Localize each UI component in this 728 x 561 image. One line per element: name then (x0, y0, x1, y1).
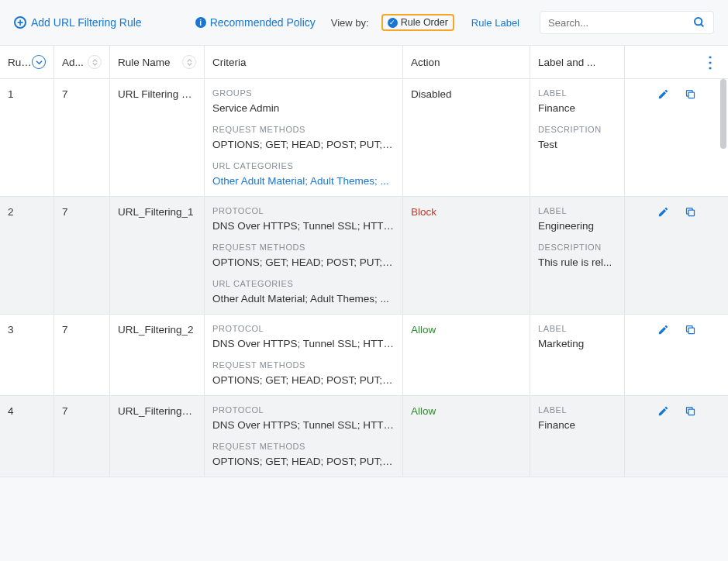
criteria-section-label: PROTOCOL (212, 206, 395, 215)
cell-ad: 7 (54, 79, 110, 196)
copy-icon[interactable] (685, 324, 696, 336)
cell-action: Block (403, 197, 530, 314)
column-header-criteria[interactable]: Criteria (205, 46, 403, 78)
sort-icon[interactable] (88, 55, 102, 69)
edit-icon[interactable] (657, 206, 669, 218)
action-value: Block (411, 206, 436, 218)
cell-criteria: PROTOCOLDNS Over HTTPS; Tunnel SSL; HTTP… (205, 396, 403, 477)
plus-circle-icon: + (14, 16, 26, 29)
copy-icon[interactable] (685, 88, 696, 100)
search-icon[interactable] (693, 16, 706, 29)
cell-action: Allow (403, 396, 530, 477)
rules-table: Rul... Ad... Rule Name Criteria Action L… (0, 45, 728, 477)
cell-ad: 7 (54, 197, 110, 314)
label-section-label: LABEL (538, 206, 616, 215)
criteria-section-label: PROTOCOL (212, 405, 395, 415)
scrollbar[interactable] (720, 79, 726, 477)
label-section-label: DESCRIPTION (538, 243, 616, 252)
cell-row-actions (625, 396, 728, 477)
label-value: Engineering (538, 220, 616, 232)
cell-label: LABELFinance (530, 396, 625, 477)
cell-action: Disabled (403, 79, 530, 196)
scrollbar-thumb[interactable] (720, 79, 726, 149)
search-input[interactable] (548, 17, 693, 29)
criteria-value: Other Adult Material; Adult Themes; ... (212, 293, 395, 305)
column-header-ad[interactable]: Ad... (54, 46, 110, 78)
cell-rule-order: 4 (0, 396, 54, 477)
svg-rect-4 (688, 328, 695, 334)
search-box[interactable] (540, 11, 714, 34)
criteria-value[interactable]: Other Adult Material; Adult Themes; ... (212, 175, 395, 187)
cell-label: LABELMarketing (530, 315, 625, 395)
add-rule-label: Add URL Filtering Rule (31, 16, 142, 29)
label-section-label: LABEL (538, 88, 616, 98)
criteria-section-label: REQUEST METHODS (212, 243, 395, 252)
cell-rule-name: URL_Filtering_1 (110, 197, 205, 314)
criteria-section-label: REQUEST METHODS (212, 442, 395, 451)
cell-row-actions (625, 197, 728, 314)
criteria-section-label: URL CATEGORIES (212, 279, 395, 288)
criteria-value: OPTIONS; GET; HEAD; POST; PUT; D... (212, 456, 395, 467)
cell-label: LABELEngineeringDESCRIPTIONThis rule is … (530, 197, 625, 314)
table-row: 47URL_Filtering_t...PROTOCOLDNS Over HTT… (0, 396, 728, 477)
cell-rule-order: 1 (0, 79, 54, 196)
info-icon: i (195, 17, 206, 28)
action-value: Disabled (411, 88, 452, 100)
cell-rule-order: 3 (0, 315, 54, 395)
table-row: 27URL_Filtering_1PROTOCOLDNS Over HTTPS;… (0, 197, 728, 315)
criteria-value: OPTIONS; GET; HEAD; POST; PUT; D... (212, 139, 395, 150)
column-header-rule[interactable]: Rul... (0, 46, 54, 78)
sort-icon[interactable] (182, 55, 196, 69)
rule-label-tab[interactable]: Rule Label (471, 17, 519, 29)
copy-icon[interactable] (685, 206, 696, 218)
label-value: Finance (538, 102, 616, 114)
kebab-menu-icon[interactable]: ⋮ (702, 58, 717, 66)
table-row: 17URL Filtering R...GROUPSService AdminR… (0, 79, 728, 197)
svg-rect-5 (688, 409, 695, 415)
svg-rect-2 (688, 92, 695, 98)
column-header-rule-name[interactable]: Rule Name (110, 46, 205, 78)
recommended-policy-label: Recommended Policy (210, 16, 316, 29)
label-section-label: DESCRIPTION (538, 125, 616, 134)
cell-criteria: GROUPSService AdminREQUEST METHODSOPTION… (205, 79, 403, 196)
column-header-label[interactable]: Label and ... (530, 46, 625, 78)
cell-criteria: PROTOCOLDNS Over HTTPS; Tunnel SSL; HTTP… (205, 197, 403, 314)
criteria-value: DNS Over HTTPS; Tunnel SSL; HTTP... (212, 220, 395, 232)
edit-icon[interactable] (657, 405, 669, 417)
cell-criteria: PROTOCOLDNS Over HTTPS; Tunnel SSL; HTTP… (205, 315, 403, 395)
cell-rule-name: URL_Filtering_2 (110, 315, 205, 395)
cell-label: LABELFinanceDESCRIPTIONTest (530, 79, 625, 196)
criteria-section-label: REQUEST METHODS (212, 360, 395, 370)
cell-rule-name: URL_Filtering_t... (110, 396, 205, 477)
edit-icon[interactable] (657, 324, 669, 336)
cell-rule-name: URL Filtering R... (110, 79, 205, 196)
toolbar: + Add URL Filtering Rule i Recommended P… (0, 0, 728, 45)
action-value: Allow (411, 405, 436, 417)
column-header-actions: ⋮ (625, 46, 728, 78)
column-header-action[interactable]: Action (403, 46, 530, 78)
cell-row-actions (625, 79, 728, 196)
criteria-section-label: PROTOCOL (212, 324, 395, 333)
edit-icon[interactable] (657, 88, 669, 100)
label-value: Finance (538, 419, 616, 431)
table-body: 17URL Filtering R...GROUPSService AdminR… (0, 79, 728, 477)
criteria-value: OPTIONS; GET; HEAD; POST; PUT; D... (212, 374, 395, 386)
cell-action: Allow (403, 315, 530, 395)
rule-order-label: Rule Order (401, 17, 448, 28)
label-section-label: LABEL (538, 324, 616, 333)
criteria-section-label: REQUEST METHODS (212, 125, 395, 134)
table-row: 37URL_Filtering_2PROTOCOLDNS Over HTTPS;… (0, 315, 728, 396)
criteria-section-label: URL CATEGORIES (212, 161, 395, 170)
recommended-policy-link[interactable]: i Recommended Policy (195, 16, 316, 29)
svg-rect-3 (688, 210, 695, 216)
rule-order-pill[interactable]: ✓ Rule Order (381, 14, 454, 31)
sort-icon[interactable] (32, 55, 46, 69)
action-value: Allow (411, 324, 436, 336)
copy-icon[interactable] (685, 405, 696, 417)
cell-ad: 7 (54, 315, 110, 395)
criteria-value: DNS Over HTTPS; Tunnel SSL; HTTP... (212, 338, 395, 349)
svg-point-0 (695, 18, 702, 25)
view-by-label: View by: (331, 17, 369, 29)
add-rule-link[interactable]: + Add URL Filtering Rule (14, 16, 142, 29)
table-header: Rul... Ad... Rule Name Criteria Action L… (0, 45, 728, 79)
